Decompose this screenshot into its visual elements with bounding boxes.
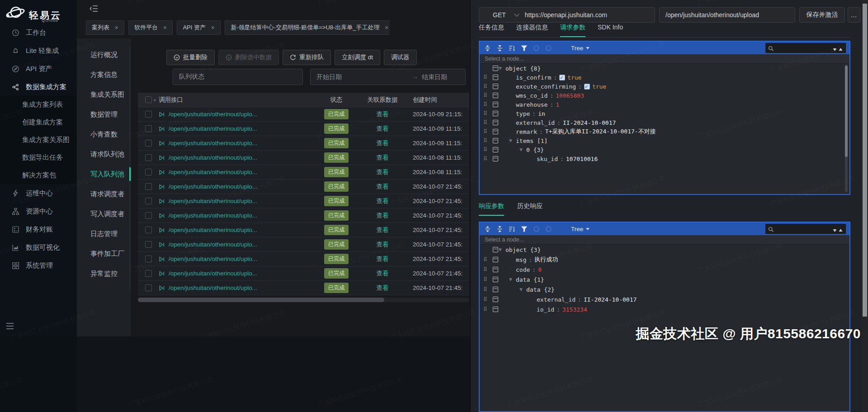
collapse-all-icon[interactable] [496,45,503,52]
sidebar-item-1[interactable]: Lite 轻集成 [0,42,77,60]
tree-row[interactable]: ⠿warehouse:1 [480,100,849,109]
path-input[interactable]: /open/jushuitan/otherinout/upload [659,7,795,23]
checkbox-checked-icon[interactable] [584,84,590,90]
expand-arrow-icon[interactable]: ▼ [519,287,526,292]
drag-handle-icon[interactable]: ⠿ [483,111,490,116]
row-checkbox[interactable] [145,241,152,248]
node-card-icon[interactable] [493,307,498,312]
undo-icon[interactable] [533,45,540,52]
view-link[interactable]: 查看 [377,140,389,147]
api-link[interactable]: /open/jushuitan/otherinout/uplo... [169,111,257,118]
tab-2[interactable]: API 资产✕ [177,20,221,35]
api-tab-1[interactable]: 连接器信息 [516,24,548,37]
filter-funnel-icon[interactable] [521,45,528,52]
tree-row[interactable]: ▼object {8} [480,64,849,73]
row-checkbox[interactable] [145,111,152,118]
tree-row[interactable]: ⠿▼data {1} [480,275,849,284]
close-icon[interactable]: ✕ [211,25,215,31]
expand-arrow-icon[interactable]: ▼ [509,277,516,282]
tree-search-input[interactable] [765,224,846,234]
tree-row[interactable]: ⠿▼items [1] [480,136,849,145]
drag-handle-icon[interactable]: ⠿ [483,120,490,125]
search-prev-icon[interactable] [838,227,843,232]
tree-row[interactable]: ⠿external_id:II-2024-10-0017 [480,118,849,127]
tab-0[interactable]: 案列表✕ [86,20,124,35]
node-card-icon[interactable] [493,93,498,98]
tree-row[interactable]: ⠿external_id:II-2024-10-0017 [480,294,849,304]
node-card-icon[interactable] [493,111,498,116]
queue-status-input[interactable]: 队列状态 [173,69,303,85]
search-next-icon[interactable] [832,46,837,51]
api-link[interactable]: /open/jushuitan/otherinout/uplo... [169,270,257,277]
node-card-icon[interactable] [493,147,498,152]
close-icon[interactable]: ✕ [114,25,118,31]
date-range-input[interactable]: 开始日期 → 结束日期 [310,69,466,85]
node-card-icon[interactable] [493,267,498,272]
node-card-icon[interactable] [493,156,498,161]
view-link[interactable]: 查看 [377,169,389,175]
api-tab-3[interactable]: SDK Info [598,24,623,37]
toolbar-button-2[interactable]: 重新排队 [283,50,331,65]
sidebar-item-11[interactable]: 财务对账 [0,220,77,238]
view-link[interactable]: 查看 [377,212,389,219]
scheme-item-0[interactable]: 运行概况 [77,45,131,65]
sort-icon[interactable] [509,226,515,232]
search-prev-icon[interactable] [838,46,843,51]
tree-row[interactable]: ⠿io_id:3153234 [480,304,849,314]
node-card-icon[interactable] [493,247,498,252]
scheme-item-4[interactable]: 小青查数 [77,124,131,144]
drag-handle-icon[interactable]: ⠿ [483,267,490,272]
scheme-item-10[interactable]: 事件加工厂 [77,244,131,264]
tree-row[interactable]: ⠿type:in [480,109,849,118]
scheme-item-3[interactable]: 数据管理 [77,104,131,124]
row-checkbox[interactable] [145,183,152,190]
expand-arrow-icon[interactable]: ▼ [519,147,526,152]
expand-arrow-icon[interactable]: ▼ [509,138,516,143]
sidebar-item-0[interactable]: 工作台 [0,24,77,42]
drag-handle-icon[interactable]: ⠿ [483,138,490,143]
drag-handle-icon[interactable]: ⠿ [483,102,490,107]
view-mode-select[interactable]: Tree [571,45,590,52]
scheme-item-1[interactable]: 方案信息 [77,65,131,85]
search-next-icon[interactable] [832,227,837,232]
row-checkbox[interactable] [145,154,152,161]
view-link[interactable]: 查看 [377,256,389,262]
sidebar-item-3[interactable]: 数据集成方案 [0,78,77,96]
tree-row[interactable]: ⠿remark:T+采购入库单II-2024-10-0017-不对接 [480,127,849,136]
drag-handle-icon[interactable]: ⠿ [483,277,490,282]
scheme-item-9[interactable]: 日志管理 [77,224,131,244]
table-hscrollbar[interactable] [138,298,469,302]
node-card-icon[interactable] [493,84,498,89]
sidebar-item-8[interactable]: 解决方案包 [0,166,77,184]
collapse-all-icon[interactable] [496,226,503,232]
drag-handle-icon[interactable]: ⠿ [483,93,490,98]
tree-row[interactable]: ⠿msg:执行成功 [480,255,849,265]
drag-handle-icon[interactable]: ⠿ [483,129,490,134]
node-card-icon[interactable] [493,297,498,302]
tree-row[interactable]: ⠿excute_confirming:true [480,82,849,91]
scheme-item-6[interactable]: 写入队列池 [77,164,131,184]
sidebar-item-7[interactable]: 数据导出任务 [0,149,77,166]
view-link[interactable]: 查看 [377,284,389,291]
redo-icon[interactable] [545,45,552,52]
sidebar-item-13[interactable]: 系统管理 [0,256,77,275]
drag-handle-icon[interactable]: ⠿ [483,287,490,292]
drag-handle-icon[interactable]: ⠿ [483,156,490,161]
window-scrollbar[interactable] [862,0,868,412]
row-checkbox[interactable] [145,270,152,277]
view-link[interactable]: 查看 [377,154,389,161]
api-link[interactable]: /open/jushuitan/otherinout/uplo... [169,284,257,291]
request-tree-scrollbar[interactable] [845,65,848,192]
node-card-icon[interactable] [493,66,498,71]
node-card-icon[interactable] [493,287,498,292]
tree-row[interactable]: ⠿wms_co_id:10065803 [480,91,849,100]
node-card-icon[interactable] [493,120,498,125]
view-mode-select[interactable]: Tree [571,226,590,232]
chevron-down-icon[interactable] [514,11,519,16]
close-icon[interactable]: ✕ [385,25,389,31]
menu-collapse-icon[interactable] [90,5,99,13]
row-checkbox[interactable] [145,125,152,132]
checkbox-checked-icon[interactable] [559,75,565,81]
api-tab-0[interactable]: 任务信息 [479,24,504,37]
sidebar-item-5[interactable]: 创建集成方案 [0,114,77,131]
